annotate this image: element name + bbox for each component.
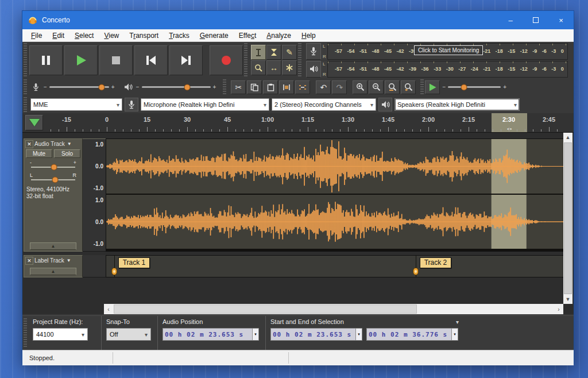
label-marker-icon[interactable] bbox=[413, 268, 419, 275]
menu-file[interactable]: File bbox=[26, 32, 47, 40]
label-track-close-button[interactable]: ✕ bbox=[25, 257, 33, 265]
envelope-tool-button[interactable] bbox=[266, 45, 281, 60]
label-track-title[interactable]: Label Track bbox=[34, 257, 64, 264]
play-at-speed-button[interactable] bbox=[425, 80, 440, 94]
close-button[interactable]: × bbox=[548, 11, 574, 29]
fit-selection-button[interactable] bbox=[385, 80, 400, 94]
record-volume-thumb[interactable] bbox=[99, 84, 105, 90]
audio-track-control-panel[interactable]: ✕ Audio Track ▼ Mute Solo - + L bbox=[24, 138, 83, 252]
scroll-left-arrow[interactable]: ‹ bbox=[104, 304, 113, 314]
maximize-button[interactable] bbox=[523, 11, 548, 29]
selection-range-label[interactable]: Start and End of Selection bbox=[270, 318, 344, 325]
audio-track-collapse-button[interactable]: ▲ bbox=[30, 242, 76, 250]
selection-toolbar-grabber[interactable] bbox=[24, 318, 27, 348]
label-marker-icon[interactable] bbox=[111, 268, 117, 275]
edit-toolbar-grabber[interactable] bbox=[223, 79, 226, 95]
track-menu-caret-icon[interactable]: ▼ bbox=[67, 141, 72, 146]
audio-position-field[interactable]: 00 h 02 m 23.653 s ▾ bbox=[163, 328, 259, 341]
audio-track-title[interactable]: Audio Track bbox=[34, 141, 65, 147]
waveform-channel-left[interactable] bbox=[106, 139, 564, 194]
stop-button[interactable] bbox=[99, 45, 133, 75]
multi-tool-button[interactable] bbox=[282, 60, 297, 75]
play-button[interactable] bbox=[64, 45, 98, 75]
chevron-down-icon[interactable]: ▾ bbox=[456, 319, 460, 325]
menu-effect[interactable]: Effect bbox=[234, 32, 261, 40]
mixer-toolbar-grabber[interactable] bbox=[24, 79, 27, 95]
snap-to-select[interactable]: Off▾ bbox=[106, 328, 151, 341]
pan-thumb[interactable] bbox=[52, 177, 59, 183]
zoom-tool-button[interactable] bbox=[251, 60, 266, 75]
monitoring-tooltip[interactable]: Click to Start Monitoring bbox=[414, 45, 483, 55]
playback-device-select[interactable]: Speakers (Realtek High Definiti▾ bbox=[394, 98, 520, 111]
solo-button[interactable]: Solo bbox=[54, 149, 80, 158]
undo-button[interactable]: ↶ bbox=[316, 80, 331, 94]
record-volume-slider[interactable] bbox=[49, 86, 109, 88]
selection-start-field[interactable]: 00 h 02 m 23.653 s ▾ bbox=[270, 328, 362, 341]
playback-meter-scale[interactable]: -57-54-51-48-45-42-39-36-33-30-27-24-21-… bbox=[327, 61, 568, 78]
pan-slider[interactable]: L R bbox=[28, 172, 79, 184]
timeline-ruler[interactable]: ↔-1501530451:001:151:301:452:002:152:302… bbox=[22, 113, 574, 133]
silence-audio-button[interactable] bbox=[295, 80, 310, 94]
titlebar[interactable]: Concerto – × bbox=[22, 11, 574, 29]
zoom-in-button[interactable] bbox=[353, 80, 368, 94]
cut-button[interactable]: ✂ bbox=[231, 80, 246, 94]
waveform-channel-right[interactable] bbox=[106, 194, 564, 249]
play-speed-slider[interactable] bbox=[448, 86, 501, 88]
menu-view[interactable]: View bbox=[99, 32, 124, 40]
recording-meter[interactable]: LR -57-54-51-48-45-42-39-36-33-30-27-24-… bbox=[306, 43, 568, 60]
paste-button[interactable] bbox=[263, 80, 278, 94]
recording-channels-select[interactable]: 2 (Stereo) Recording Channels▾ bbox=[272, 98, 376, 111]
timeline-options-button[interactable] bbox=[25, 115, 43, 130]
recording-device-select[interactable]: Microphone (Realtek High Defini▾ bbox=[141, 98, 269, 111]
pause-button[interactable] bbox=[29, 45, 63, 75]
transcription-toolbar-grabber[interactable] bbox=[420, 79, 424, 95]
copy-button[interactable] bbox=[247, 80, 262, 94]
scroll-down-arrow[interactable]: ▼ bbox=[563, 295, 572, 304]
label-text[interactable]: Track 1 bbox=[118, 257, 150, 268]
scroll-right-arrow[interactable]: › bbox=[554, 304, 563, 314]
gain-thumb[interactable] bbox=[51, 164, 57, 171]
record-button[interactable] bbox=[210, 45, 243, 75]
spinner-icon[interactable]: ▾ bbox=[252, 329, 258, 340]
scroll-up-arrow[interactable]: ▲ bbox=[563, 133, 572, 142]
menu-select[interactable]: Select bbox=[69, 32, 99, 40]
audio-host-select[interactable]: MME▾ bbox=[30, 98, 122, 111]
label-track-control-panel[interactable]: ✕ Label Track ▼ ▲ bbox=[24, 255, 83, 277]
gain-slider[interactable]: - + bbox=[28, 160, 79, 171]
menu-tracks[interactable]: Tracks bbox=[164, 32, 195, 40]
trim-audio-button[interactable] bbox=[279, 80, 294, 94]
transport-toolbar-grabber[interactable] bbox=[24, 43, 27, 77]
minimize-button[interactable]: – bbox=[498, 11, 523, 29]
play-speed-thumb[interactable] bbox=[461, 84, 467, 90]
spinner-icon[interactable]: ▾ bbox=[451, 329, 458, 340]
label-text[interactable]: Track 2 bbox=[420, 257, 452, 268]
playback-volume-thumb[interactable] bbox=[184, 84, 190, 90]
draw-tool-button[interactable]: ✎ bbox=[282, 45, 297, 60]
track-canvas[interactable]: ✕ Audio Track ▼ Mute Solo - + L bbox=[22, 133, 574, 314]
redo-button[interactable]: ↷ bbox=[332, 80, 347, 94]
audio-track-close-button[interactable]: ✕ bbox=[25, 140, 33, 148]
label-track-collapse-button[interactable]: ▲ bbox=[30, 268, 76, 275]
skip-to-start-button[interactable] bbox=[134, 45, 168, 75]
menu-analyze[interactable]: Analyze bbox=[261, 32, 296, 40]
menu-transport[interactable]: Transport bbox=[124, 32, 164, 40]
horizontal-scroll-thumb[interactable] bbox=[114, 304, 417, 314]
horizontal-scrollbar[interactable]: ‹ › bbox=[104, 304, 563, 314]
menu-generate[interactable]: Generate bbox=[195, 32, 234, 40]
tools-toolbar-grabber[interactable] bbox=[244, 43, 247, 77]
zoom-out-button[interactable] bbox=[369, 80, 384, 94]
time-shift-tool-button[interactable]: ↔ bbox=[266, 60, 281, 75]
project-rate-select[interactable]: 44100▾ bbox=[33, 328, 88, 341]
track-menu-caret-icon[interactable]: ▼ bbox=[67, 258, 71, 263]
spinner-icon[interactable]: ▾ bbox=[355, 329, 362, 340]
vertical-scrollbar[interactable]: ▲ ▼ bbox=[563, 133, 572, 304]
label-track-content[interactable]: Track 1Track 2 bbox=[106, 255, 564, 277]
skip-to-end-button[interactable] bbox=[169, 45, 203, 75]
audio-track-waveform-area[interactable] bbox=[106, 138, 564, 252]
record-meter-scale[interactable]: -57-54-51-48-45-42-39-36-33-30-27-24-21-… bbox=[327, 43, 568, 60]
menu-edit[interactable]: Edit bbox=[47, 32, 69, 40]
playback-volume-slider[interactable] bbox=[142, 86, 211, 88]
selection-end-field[interactable]: 00 h 02 m 36.776 s ▾ bbox=[366, 328, 458, 341]
vertical-scroll-thumb[interactable] bbox=[564, 142, 572, 294]
mute-button[interactable]: Mute bbox=[26, 149, 52, 158]
